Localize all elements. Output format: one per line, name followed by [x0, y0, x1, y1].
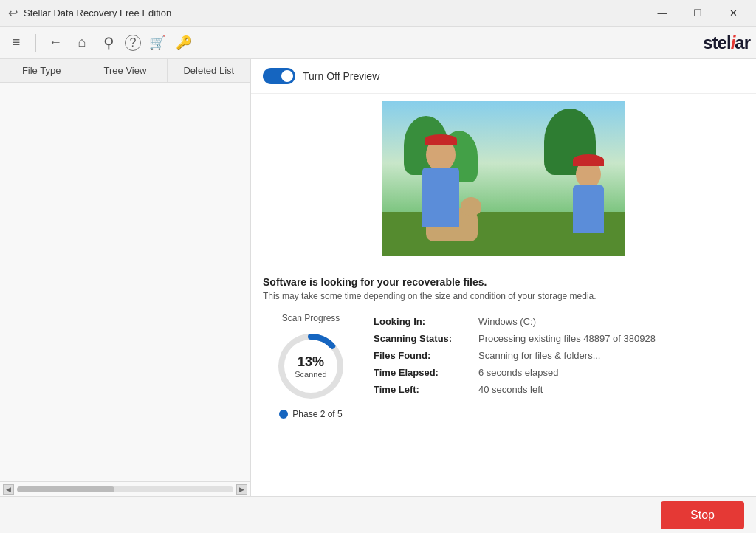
- horizontal-scrolltrack[interactable]: [17, 486, 233, 492]
- phase-label: Phase 2 of 5: [292, 409, 342, 419]
- scan-details: Scan Progress 13% Scanned Phase: [263, 313, 744, 419]
- left-panel: File Type Tree View Deleted List ◀ ▶: [0, 59, 251, 496]
- main-layout: File Type Tree View Deleted List ◀ ▶ Tur…: [0, 59, 756, 496]
- left-panel-content: [0, 83, 250, 481]
- status-row-4: Time Left: 40 seconds left: [374, 381, 744, 398]
- tab-tree-view[interactable]: Tree View: [83, 59, 167, 82]
- preview-toggle-label: Turn Off Preview: [303, 70, 379, 82]
- child-body: [573, 185, 604, 233]
- scan-title: Software is looking for your recoverable…: [263, 276, 744, 288]
- preview-image-area: [251, 94, 756, 264]
- circular-progress: 13% Scanned: [274, 329, 348, 403]
- status-val-2: Scanning for files & folders...: [478, 350, 600, 361]
- scan-progress-section: Scan Progress 13% Scanned Phase: [263, 313, 359, 419]
- status-row-2: Files Found: Scanning for files & folder…: [374, 347, 744, 364]
- key-icon[interactable]: 🔑: [173, 32, 194, 53]
- scroll-right-btn[interactable]: ▶: [236, 484, 247, 495]
- horizontal-scrollthumb: [17, 486, 114, 492]
- status-key-3: Time Elapsed:: [374, 367, 470, 378]
- adult-body: [422, 168, 459, 227]
- toolbar: ≡ ← ⌂ ⚲ ? 🛒 🔑 steliar: [0, 27, 756, 59]
- stellar-logo-highlight: i: [731, 32, 735, 52]
- tab-file-type[interactable]: File Type: [0, 59, 83, 82]
- left-panel-scrollbar-area: ◀ ▶: [0, 481, 250, 496]
- right-panel: Turn Off Preview: [251, 59, 756, 496]
- progress-percent: 13%: [298, 354, 324, 369]
- toolbar-separator-1: [35, 34, 36, 52]
- scroll-left-btn[interactable]: ◀: [3, 484, 14, 495]
- phase-dot: [279, 410, 288, 419]
- photo-scene: [382, 101, 625, 256]
- app-icon: ↩: [6, 7, 19, 20]
- tab-bar: File Type Tree View Deleted List: [0, 59, 250, 83]
- status-val-1: Processing existing files 48897 of 38092…: [478, 333, 656, 344]
- status-key-4: Time Left:: [374, 384, 470, 395]
- minimize-button[interactable]: —: [645, 0, 679, 27]
- menu-icon[interactable]: ≡: [6, 32, 27, 53]
- status-row-0: Looking In: Windows (C:): [374, 313, 744, 330]
- home-icon[interactable]: ⌂: [72, 32, 92, 53]
- title-bar-left: ↩ Stellar Data Recovery Free Edition: [6, 7, 171, 20]
- child-head: [576, 160, 601, 188]
- status-table: Looking In: Windows (C:) Scanning Status…: [374, 313, 744, 419]
- scan-icon[interactable]: ⚲: [98, 32, 119, 53]
- status-key-0: Looking In:: [374, 316, 470, 327]
- person-adult: [404, 138, 478, 256]
- status-val-4: 40 seconds left: [478, 384, 543, 395]
- status-key-2: Files Found:: [374, 350, 470, 361]
- status-key-1: Scanning Status:: [374, 333, 470, 344]
- maximize-button[interactable]: ☐: [681, 0, 715, 27]
- help-icon[interactable]: ?: [125, 35, 141, 51]
- person-child: [559, 160, 618, 256]
- preview-header: Turn Off Preview: [251, 59, 756, 94]
- close-button[interactable]: ✕: [716, 0, 750, 27]
- back-icon[interactable]: ←: [45, 32, 66, 53]
- scan-progress-label: Scan Progress: [282, 313, 340, 323]
- status-val-0: Windows (C:): [478, 316, 536, 327]
- progress-text: 13% Scanned: [295, 354, 326, 379]
- status-val-3: 6 seconds elapsed: [478, 367, 558, 378]
- progress-scanned: Scanned: [295, 370, 326, 379]
- status-row-1: Scanning Status: Processing existing fil…: [374, 330, 744, 347]
- preview-toggle[interactable]: [263, 68, 295, 84]
- phase-indicator: Phase 2 of 5: [279, 409, 342, 419]
- bottom-bar: Stop: [0, 496, 756, 533]
- stop-button[interactable]: Stop: [661, 501, 744, 529]
- title-bar: ↩ Stellar Data Recovery Free Edition — ☐…: [0, 0, 756, 27]
- window-title: Stellar Data Recovery Free Edition: [24, 7, 171, 18]
- status-row-3: Time Elapsed: 6 seconds elapsed: [374, 364, 744, 381]
- cart-icon[interactable]: 🛒: [147, 32, 168, 53]
- adult-head: [426, 138, 456, 171]
- preview-image: [382, 101, 625, 256]
- window-controls: — ☐ ✕: [645, 0, 750, 27]
- scan-subtitle: This may take some time depending on the…: [263, 291, 744, 301]
- stellar-logo: steliar: [703, 32, 750, 53]
- tab-deleted-list[interactable]: Deleted List: [168, 59, 250, 82]
- scan-info-area: Software is looking for your recoverable…: [251, 264, 756, 496]
